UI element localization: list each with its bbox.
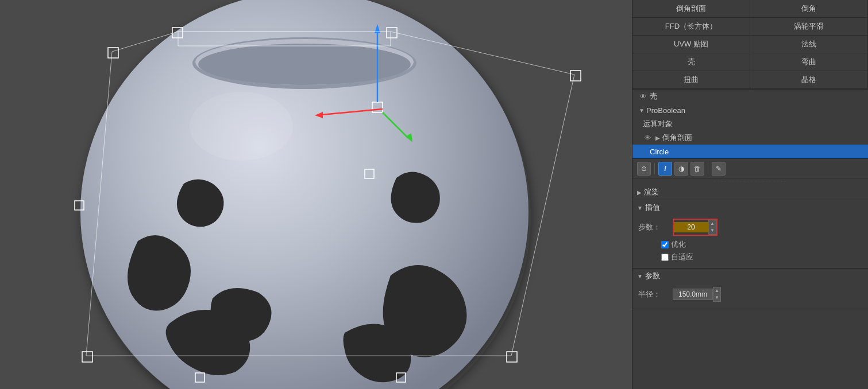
optimize-label[interactable]: 优化 — [671, 239, 686, 250]
stack-item-operand-label: 运算对象 — [643, 119, 673, 129]
interpolation-content: 步数： ▲ ▼ 优化 自适应 — [632, 215, 868, 268]
modifier-grid: 倒角剖面 倒角 FFD（长方体） 涡轮平滑 UVW 贴图 法线 壳 弯曲 扭曲 … — [632, 0, 868, 90]
bend-btn[interactable]: 弯曲 — [750, 53, 868, 71]
steps-row: 步数： ▲ ▼ — [638, 219, 862, 236]
utilities-icon[interactable]: ✎ — [712, 162, 726, 176]
stack-item-proboolean-label: ProBoolean — [646, 106, 685, 115]
uvw-map-btn[interactable]: UVW 贴图 — [632, 36, 750, 53]
radius-row: 半径： ▲ ▼ — [638, 287, 862, 302]
adaptive-checkbox[interactable] — [661, 254, 669, 261]
delete-icon[interactable]: 🗑 — [690, 162, 704, 176]
toolbar-sep-1 — [654, 163, 655, 174]
toolbar-icons-row: ⊙ I ◑ 🗑 ✎ — [632, 159, 868, 178]
modifier-stack: 👁 壳 ▼ ProBoolean 运算对象 👁 ▶ 倒角剖面 Circle — [632, 90, 868, 159]
render-section: ▶ 渲染 — [632, 185, 868, 200]
parameters-section-title: 参数 — [645, 271, 660, 281]
interpolation-arrow-icon: ▼ — [637, 205, 643, 211]
adaptive-label[interactable]: 自适应 — [671, 252, 693, 262]
render-arrow-icon: ▶ — [637, 189, 642, 196]
toolbar-sep-2 — [708, 163, 708, 174]
interpolation-section-title: 插值 — [645, 203, 660, 213]
expand-icon-proboolean[interactable]: ▼ — [638, 107, 645, 114]
steps-spinner[interactable]: ▲ ▼ — [708, 220, 716, 235]
eye-toggle-shell[interactable]: 👁 — [638, 92, 647, 101]
twist-btn[interactable]: 扭曲 — [632, 71, 750, 89]
render-section-header[interactable]: ▶ 渲染 — [632, 185, 868, 200]
parameters-content: 半径： ▲ ▼ — [632, 283, 868, 309]
optimize-row: 优化 — [638, 239, 862, 250]
stack-item-shell-label: 壳 — [650, 91, 657, 102]
stack-item-circle-label: Circle — [650, 147, 669, 156]
ffd-box-btn[interactable]: FFD（长方体） — [632, 18, 750, 36]
stack-item-shell[interactable]: 👁 壳 — [632, 90, 868, 103]
radius-input[interactable] — [673, 289, 713, 300]
shell-btn[interactable]: 壳 — [632, 53, 750, 71]
interpolation-section-header[interactable]: ▼ 插值 — [632, 200, 868, 215]
viewport-3d[interactable] — [0, 0, 632, 389]
stack-item-circle[interactable]: Circle — [632, 145, 868, 158]
parameters-arrow-icon: ▼ — [637, 273, 643, 279]
eye-toggle-chamfer[interactable]: 👁 — [643, 133, 652, 142]
optimize-checkbox[interactable] — [661, 241, 669, 248]
steps-input[interactable] — [674, 222, 708, 232]
dotted-separator: · · · · · · · · · · · · · · · · · · · · — [632, 178, 868, 185]
svg-point-7 — [190, 92, 293, 161]
stack-item-chamfer-profile[interactable]: 👁 ▶ 倒角剖面 — [632, 131, 868, 145]
stack-item-proboolean[interactable]: ▼ ProBoolean — [632, 103, 868, 117]
normals-btn[interactable]: 法线 — [750, 36, 868, 53]
adaptive-row: 自适应 — [638, 252, 862, 262]
interpolation-section: ▼ 插值 步数： ▲ ▼ 优化 自适应 — [632, 200, 868, 269]
steps-label: 步数： — [638, 222, 673, 232]
stack-item-operand[interactable]: 运算对象 — [632, 117, 868, 131]
radius-label: 半径： — [638, 289, 673, 299]
render-section-title: 渲染 — [644, 187, 659, 197]
stack-item-chamfer-label: 倒角剖面 — [662, 133, 692, 143]
hierarchy-icon[interactable]: ◑ — [674, 162, 688, 176]
lattice-btn[interactable]: 晶格 — [750, 71, 868, 89]
radius-spinner[interactable]: ▲ ▼ — [713, 287, 721, 302]
svg-point-6 — [198, 44, 411, 85]
chamfer-profile-btn[interactable]: 倒角剖面 — [632, 0, 750, 18]
turbo-smooth-btn[interactable]: 涡轮平滑 — [750, 18, 868, 36]
modifier-list-icon[interactable]: I — [658, 162, 672, 176]
right-panel: 倒角剖面 倒角 FFD（长方体） 涡轮平滑 UVW 贴图 法线 壳 弯曲 扭曲 … — [632, 0, 868, 389]
parameters-section: ▼ 参数 半径： ▲ ▼ — [632, 269, 868, 309]
parameters-section-header[interactable]: ▼ 参数 — [632, 269, 868, 283]
chamfer-btn[interactable]: 倒角 — [750, 0, 868, 18]
expand-icon-chamfer[interactable]: ▶ — [654, 134, 661, 141]
pin-icon[interactable]: ⊙ — [637, 162, 651, 176]
